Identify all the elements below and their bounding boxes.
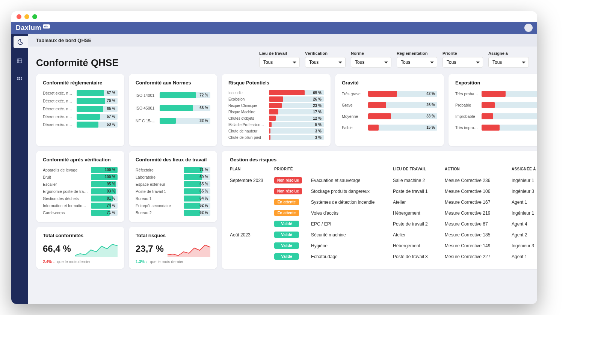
table-row[interactable]: Validé Echafaudage Poste de travail 3 Me… [230,251,537,262]
filter-select-0[interactable]: Tous [259,57,300,68]
table-row[interactable]: Validé Hygiène Hébergement Mesure Correc… [230,240,537,251]
bar-fill [77,106,103,112]
cell-description: Voies d'accès [311,211,390,216]
close-icon[interactable] [17,14,21,19]
bar-value: 15 % [426,125,435,131]
priority-badge: Non résolue [274,188,302,194]
filter-select-3[interactable]: Tous [397,57,437,68]
bar-fill [269,128,270,134]
bar-label: Appareils de levage [43,168,88,172]
kpi-footer: 2.4% ↓ que le mois dernier [43,259,118,264]
cell-assigne: Ingénieur 3 [512,189,537,194]
bar-value: 62 % [199,203,208,209]
bar-value: 65 % [313,90,322,95]
bar-fill [269,90,305,95]
filter-select-2[interactable]: Tous [351,57,391,68]
bar-track: 62 % [184,203,210,209]
bar-value: 57 % [107,114,115,120]
bar-label: Décret exéc. n°01-342 [43,91,74,95]
bar-track: 26 % [368,102,437,108]
bar-fill [482,113,493,119]
bar-row: Bureau 1 64 % [136,196,210,202]
table-icon [17,58,23,64]
bar-fill [269,103,282,108]
bar-row: Décret exéc. n°01-342 67 % [43,90,118,96]
bar-row: Décret exéc. n°02-427 70 % [43,98,118,104]
svg-rect-0 [17,59,22,63]
bar-row: Très improbable 26 % [455,125,537,131]
bar-fill [368,125,379,131]
svg-rect-5 [19,79,20,80]
avatar[interactable] [524,24,533,32]
brand-badge: Air [43,24,50,29]
kpi-value: 23,7 % [136,244,164,254]
bar-track: 62 % [184,210,210,216]
kpi-title: Total risques [136,233,210,238]
bar-value: 23 % [313,103,322,108]
cell-priorite: Non résolue [274,188,308,194]
cell-action: Mesure Corrective 185 [445,232,509,238]
bar-value: 72 % [199,92,208,98]
bar-track: 53 % [77,122,118,128]
bar-label: Moyenne [342,114,365,119]
kpi-delta: 2.4% ↓ [43,259,55,264]
minimize-icon[interactable] [24,14,29,19]
bar-value: 17 % [313,109,322,114]
bar-label: ISO 45001 [136,106,157,110]
bar-track: 5 % [269,122,324,127]
bar-track: 3 % [269,135,324,140]
bar-row: Laboratoire 69 % [136,174,210,180]
bar-label: Chutes d'objets [228,116,266,120]
bar-track: 100 % [91,167,118,173]
bar-fill [269,109,278,114]
maximize-icon[interactable] [32,14,37,19]
bar-track: 3 % [269,128,324,134]
bar-fill [269,116,276,121]
bar-label: Très probable [455,92,479,96]
bar-track: 64 % [184,196,210,202]
bar-row: Moyenne 33 % [342,113,437,119]
card-title: Gravité [342,80,437,86]
cell-assigne: Ingénieur 1 [512,178,537,183]
cell-description: Sécurité machine [311,232,390,238]
bar-fill [184,188,201,194]
table-row[interactable]: Non résolue Stockage produits dangereux … [230,186,537,197]
sidebar-item-apps[interactable] [11,74,28,86]
card-gravite: Gravité Très grave 42 % Grave 26 % Moyen… [335,74,444,146]
bar-label: Grave [342,103,365,107]
table-row[interactable]: Validé EPC / EPI Poste de travail 2 Mesu… [230,218,537,229]
cell-assigne: Ingénieur 1 [512,211,537,216]
table-row[interactable]: En attente Systèmes de détection incendi… [230,197,537,208]
table-row[interactable]: Septembre 2023 Non résolue Evacuation et… [230,175,537,186]
filter-select-5[interactable]: Tous [488,57,529,68]
sidebar-item-tables[interactable] [11,55,28,67]
bar-label: Garde-corps [43,211,88,215]
bar-row: Probable 19 % [455,102,537,108]
bar-label: Maladie Professionnelle [228,123,266,127]
bar-label: Incendie [228,91,266,95]
cell-priorite: Non résolue [274,177,308,184]
bar-fill [77,114,100,120]
cell-lieu: Hébergement [393,243,442,248]
window-titlebar [11,11,537,22]
kpi-suffix: que le mois dernier [150,259,183,264]
cell-priorite: En attente [274,199,308,205]
brand-logo: Daxium Air [16,24,50,32]
bar-label: Entrepôt secondaire [136,203,181,208]
bar-fill [184,196,201,202]
table-row[interactable]: En attente Voies d'accès Hébergement Mes… [230,208,537,218]
cell-action: Mesure Corrective 149 [445,243,509,248]
bar-row: Chutes d'objets 12 % [228,116,324,121]
bar-track: 66 % [160,105,210,111]
table-header-cell [311,167,390,171]
kpi-delta: 1.3% ↓ [136,259,148,264]
filter-select-4[interactable]: Tous [442,57,483,68]
filter-select-1[interactable]: Tous [305,57,346,68]
bar-track: 33 % [368,113,437,119]
sidebar-item-dashboard[interactable] [14,36,28,48]
sidebar [11,34,28,304]
table-row[interactable]: Août 2023 Validé Sécurité machine Atelie… [230,229,537,240]
brand-name: Daxium [16,24,41,32]
cell-action: Mesure Corrective 236 [445,178,509,183]
cell-priorite: Validé [274,232,308,238]
